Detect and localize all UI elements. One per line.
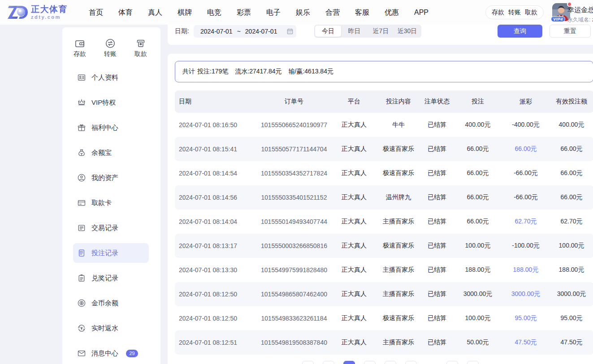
page-button-last[interactable]: 6 <box>446 361 458 364</box>
wallet-quick-links: 存款转账取款 <box>485 5 544 19</box>
sidebar-item-yuebao[interactable]: 余额宝 <box>73 143 149 163</box>
coins-icon <box>77 299 86 308</box>
quick-action-deposit[interactable]: 存款 <box>66 38 93 58</box>
page-button-4[interactable]: 4 <box>385 361 396 364</box>
column-header-0: 日期 <box>175 98 256 106</box>
column-header-5: 投注 <box>454 98 502 106</box>
cell-2: 正大真人 <box>332 314 377 322</box>
cell-2: 正大真人 <box>332 242 377 250</box>
cell-6: 95.00元 <box>502 314 550 322</box>
page-button-2[interactable]: 2 <box>343 361 355 364</box>
quick-action-withdraw[interactable]: 取款 <box>127 38 154 58</box>
sidebar-item-label: 个人资料 <box>91 73 118 82</box>
cell-7: 47.50元 <box>550 338 593 347</box>
range-preset-3[interactable]: 近30日 <box>394 26 420 37</box>
cell-2: 正大真人 <box>332 121 377 129</box>
nav-link-6[interactable]: 电子 <box>259 0 288 25</box>
next-page-button[interactable]: › <box>467 361 479 364</box>
table-row: 2024-07-01 08:12:511015549819508387840正大… <box>175 330 593 355</box>
cell-1: 1015549833623261184 <box>256 315 332 322</box>
cell-5: 66.00元 <box>454 193 502 201</box>
query-button[interactable]: 查询 <box>498 25 542 38</box>
prev-page-button[interactable]: ‹ <box>302 361 314 364</box>
summary-item-0: 投注:179笔 <box>197 68 228 76</box>
page-button-3[interactable]: 3 <box>364 361 376 364</box>
nav-link-11[interactable]: APP <box>407 0 436 25</box>
range-preset-2[interactable]: 近7日 <box>368 26 394 37</box>
cell-1: 1015550003266850816 <box>256 242 332 249</box>
wallet-pill-item-1[interactable]: 转账 <box>508 9 521 17</box>
cell-1: 1015550665240190977 <box>256 121 332 128</box>
nav-link-8[interactable]: 合营 <box>318 0 347 25</box>
cell-0: 2024-07-01 08:12:50 <box>175 291 256 298</box>
cell-4: 已结算 <box>420 290 454 298</box>
nav-link-3[interactable]: 棋牌 <box>170 0 199 25</box>
cell-5: 66.00元 <box>454 145 502 153</box>
nav-link-10[interactable]: 优惠 <box>377 0 407 25</box>
user-info[interactable]: 幸运金总 永久域名: zdty.com <box>567 5 593 24</box>
table-row: 2024-07-01 08:12:501015549833623261184正大… <box>175 306 593 330</box>
brand-logo[interactable]: 正大体育 zdty.com <box>7 4 68 21</box>
sidebar-item-redeem[interactable]: 兑奖记录 <box>73 268 149 288</box>
page-button-5[interactable]: 5 <box>405 361 417 364</box>
sidebar-item-coins[interactable]: 金币余额 <box>73 293 149 313</box>
sidebar-item-vip[interactable]: VIP特权 <box>73 93 149 112</box>
messages-icon <box>77 349 86 358</box>
table-row: 2024-07-01 08:14:561015550335401521152正大… <box>175 185 593 210</box>
quick-action-transfer[interactable]: 转账 <box>97 38 124 58</box>
sidebar-item-label: 兑奖记录 <box>91 274 118 283</box>
summary-item-1: 流水:27417.84元 <box>235 68 281 76</box>
cell-1: 1015549819508387840 <box>256 339 332 346</box>
sidebar-item-label: 投注记录 <box>91 249 118 257</box>
sidebar-item-assets[interactable]: 我的资产 <box>73 168 149 188</box>
nav-link-4[interactable]: 电竞 <box>199 0 229 25</box>
brand-name: 正大体育 <box>31 4 68 14</box>
sidebar-item-bankcard[interactable]: 取款卡 <box>73 193 149 213</box>
column-header-6: 派彩 <box>502 98 550 106</box>
wallet-pill-item-2[interactable]: 取款 <box>525 9 537 17</box>
cell-2: 正大真人 <box>332 145 377 153</box>
permanent-domain-label: 永久域名: <box>567 17 590 23</box>
wallet-pill-item-0[interactable]: 存款 <box>492 9 504 17</box>
reset-button[interactable]: 重置 <box>550 25 591 38</box>
nav-link-5[interactable]: 彩票 <box>229 0 259 25</box>
nav-link-1[interactable]: 体育 <box>111 0 140 25</box>
sidebar-item-label: 交易记录 <box>91 224 118 232</box>
cell-6: -66.00元 <box>502 169 550 177</box>
sidebar-item-label: 实时返水 <box>91 324 118 333</box>
table-header-row: 日期订单号平台投注内容注单状态投注派彩有效投注额 <box>175 90 593 113</box>
cell-0: 2024-07-01 08:14:54 <box>175 170 256 177</box>
sidebar-item-transactions[interactable]: 交易记录 <box>73 218 149 238</box>
redeem-icon <box>77 274 86 283</box>
range-preset-0[interactable]: 今日 <box>315 26 341 37</box>
nav-link-9[interactable]: 客服 <box>347 0 377 25</box>
calendar-icon <box>286 28 294 35</box>
range-preset-1[interactable]: 昨日 <box>341 26 368 37</box>
cell-4: 已结算 <box>420 242 454 250</box>
unread-count-badge: 29 <box>126 350 138 357</box>
sidebar-item-welfare[interactable]: 福利中心 <box>73 118 149 137</box>
cell-7: 3000.00元 <box>550 290 593 298</box>
cell-5: 66.00元 <box>454 169 502 177</box>
permanent-domain: 永久域名: zdty.com <box>567 16 593 24</box>
cell-3: 极速百家乐 <box>377 169 420 177</box>
sidebar-item-label: 福利中心 <box>91 124 118 132</box>
nav-link-7[interactable]: 娱乐 <box>288 0 318 25</box>
nav-link-0[interactable]: 首页 <box>81 0 111 25</box>
cell-3: 主播百家乐 <box>377 266 420 274</box>
sidebar-item-messages[interactable]: 消息中心 29 <box>73 343 149 363</box>
date-range-presets: 今日昨日近7日近30日 <box>314 25 421 38</box>
cell-2: 正大真人 <box>332 169 377 177</box>
page-button-1[interactable]: 1 <box>323 361 334 364</box>
cell-1: 1015550149493407744 <box>256 218 332 225</box>
sidebar-item-profile[interactable]: 个人资料 <box>73 68 149 87</box>
cell-6: -400.00元 <box>502 121 550 129</box>
assets-icon <box>77 173 86 182</box>
sidebar-item-rebate[interactable]: 实时返水 <box>73 318 149 338</box>
rebate-icon <box>77 324 86 333</box>
cell-4: 已结算 <box>420 338 454 347</box>
nav-link-2[interactable]: 真人 <box>140 0 170 25</box>
sidebar-item-bets[interactable]: 投注记录 <box>73 243 149 263</box>
date-range-input[interactable]: 2024-07-01 ~ 2024-07-01 <box>194 25 296 38</box>
cell-0: 2024-07-01 08:12:51 <box>175 339 256 346</box>
